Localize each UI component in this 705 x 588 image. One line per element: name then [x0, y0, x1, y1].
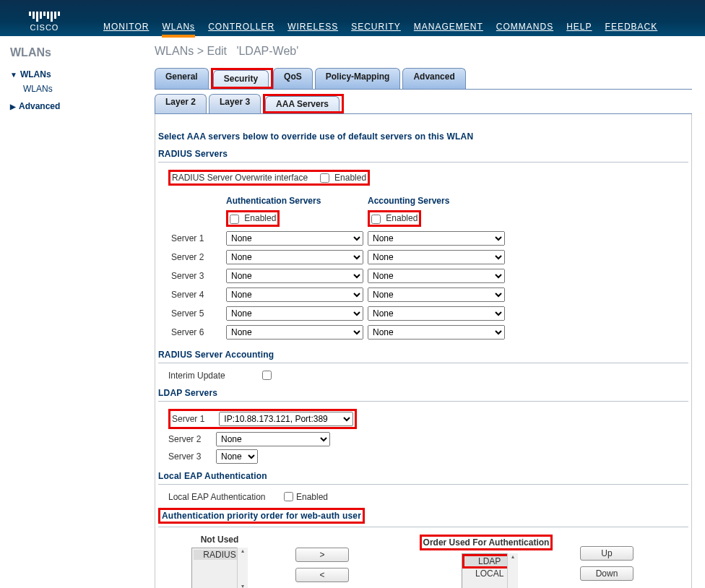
highlight-auth-priority-header: Authentication priority order for web-au…	[158, 508, 365, 524]
label-server3: Server 3	[170, 267, 223, 285]
select-auth-s5[interactable]: None	[226, 306, 363, 321]
nav-security[interactable]: SECURITY	[351, 22, 401, 32]
select-acct-s3[interactable]: None	[368, 269, 505, 283]
select-acct-s2[interactable]: None	[368, 250, 505, 264]
label-server6: Server 6	[170, 324, 223, 341]
select-ldap-s1[interactable]: IP:10.88.173.121, Port:389	[219, 412, 353, 426]
caret-down-icon: ▼	[10, 71, 17, 79]
label-enabled: Enabled	[296, 492, 328, 502]
select-ldap-s3[interactable]: None	[216, 449, 258, 464]
label-local-eap: Local EAP Authentication	[168, 492, 284, 502]
scrollbar[interactable]: ▴▾	[507, 553, 518, 588]
label-server2: Server 2	[170, 248, 223, 266]
sidebar-item-wlans[interactable]: ▼ WLANs	[10, 69, 140, 79]
tab-security[interactable]: Security	[213, 70, 269, 87]
select-acct-s6[interactable]: None	[368, 325, 505, 340]
label-ldap-s2: Server 2	[168, 434, 213, 444]
crumb-action: Edit	[207, 45, 227, 57]
highlight-order-used-header: Order Used For Authentication	[420, 535, 553, 550]
caret-right-icon: ▶	[10, 103, 16, 111]
label-enabled: Enabled	[334, 173, 366, 183]
section-auth-priority: Authentication priority order for web-au…	[162, 511, 361, 521]
sidebar-title: WLANs	[10, 46, 140, 59]
select-auth-s1[interactable]: None	[226, 231, 363, 246]
select-auth-s4[interactable]: None	[226, 287, 363, 302]
nav-feedback[interactable]: FEEDBACK	[605, 22, 658, 32]
main-nav: MONITOR WLANs CONTROLLER WIRELESS SECURI…	[103, 22, 657, 32]
label-order-used: Order Used For Authentication	[423, 537, 550, 548]
main-tabs: General Security QoS Policy-Mapping Adva…	[155, 68, 692, 90]
tab-advanced[interactable]: Advanced	[402, 68, 465, 89]
crumb-root: WLANs	[155, 45, 194, 57]
sidebar-item-label: Advanced	[19, 101, 60, 111]
button-up[interactable]: Up	[580, 546, 633, 561]
brand-text: CISCO	[29, 23, 60, 32]
highlight-aaa-tab: AAA Servers	[263, 94, 344, 113]
label-interim-update: Interim Update	[168, 371, 262, 381]
subtab-layer3[interactable]: Layer 3	[209, 94, 261, 113]
section-radius-servers: RADIUS Servers	[158, 149, 688, 159]
button-move-right[interactable]: >	[295, 548, 349, 562]
crumb-name: 'LDAP-Web'	[236, 45, 298, 57]
checkbox-auth-enabled[interactable]	[230, 215, 239, 224]
sidebar-sub-wlans[interactable]: WLANs	[23, 84, 140, 94]
select-ldap-s2[interactable]: None	[216, 432, 330, 446]
sub-tabs: Layer 2 Layer 3 AAA Servers	[155, 94, 692, 114]
breadcrumb: WLANs > Edit 'LDAP-Web'	[155, 45, 692, 58]
subtab-aaa-servers[interactable]: AAA Servers	[265, 96, 339, 111]
label-server5: Server 5	[170, 305, 223, 322]
tab-qos[interactable]: QoS	[273, 68, 313, 89]
cisco-logo: CISCO	[29, 12, 60, 32]
sidebar-item-label: WLANs	[20, 69, 51, 79]
label-ldap-s1: Server 1	[172, 414, 217, 424]
checkbox-overwrite[interactable]	[320, 173, 329, 183]
highlight-ldap-s1: Server 1 IP:10.88.173.121, Port:389	[168, 409, 357, 429]
highlight-auth-enabled: Enabled	[226, 210, 280, 226]
main-panel: WLANs > Edit 'LDAP-Web' General Security…	[147, 36, 705, 588]
checkbox-interim-update[interactable]	[262, 371, 272, 380]
highlight-acct-enabled: Enabled	[368, 210, 421, 226]
nav-controller[interactable]: CONTROLLER	[208, 22, 274, 32]
col-acct-servers: Accounting Servers	[366, 194, 506, 207]
tab-content: Select AAA servers below to override use…	[155, 114, 692, 588]
col-auth-servers: Authentication Servers	[225, 194, 365, 207]
nav-wlans[interactable]: WLANs	[162, 22, 195, 32]
highlight-overwrite-row: RADIUS Server Overwrite interface Enable…	[168, 170, 370, 186]
select-acct-s5[interactable]: None	[368, 306, 505, 321]
sidebar: WLANs ▼ WLANs WLANs ▶ Advanced	[0, 36, 147, 588]
scrollbar[interactable]: ▴▾	[237, 548, 248, 588]
tab-general[interactable]: General	[155, 68, 209, 89]
select-acct-s4[interactable]: None	[368, 287, 505, 302]
select-acct-s1[interactable]: None	[368, 231, 505, 246]
label-server1: Server 1	[170, 230, 223, 247]
select-auth-s6[interactable]: None	[226, 325, 363, 340]
nav-wireless[interactable]: WIRELESS	[287, 22, 338, 32]
subtab-layer2[interactable]: Layer 2	[155, 94, 207, 113]
button-move-left[interactable]: <	[295, 568, 349, 582]
highlight-security-tab: Security	[211, 68, 273, 89]
top-bar: CISCO MONITOR WLANs CONTROLLER WIRELESS …	[0, 0, 705, 36]
radius-server-table: Authentication Servers Accounting Server…	[168, 193, 508, 342]
label-enabled: Enabled	[386, 213, 418, 223]
label-ldap-s3: Server 3	[168, 451, 213, 462]
section-ldap-servers: LDAP Servers	[158, 388, 688, 398]
select-auth-s3[interactable]: None	[226, 269, 363, 283]
section-radius-accounting: RADIUS Server Accounting	[158, 350, 688, 360]
checkbox-acct-enabled[interactable]	[371, 215, 381, 224]
nav-management[interactable]: MANAGEMENT	[414, 22, 483, 32]
section-local-eap: Local EAP Authentication	[158, 471, 688, 481]
tab-policy-mapping[interactable]: Policy-Mapping	[315, 68, 401, 89]
label-enabled: Enabled	[244, 213, 276, 223]
nav-monitor[interactable]: MONITOR	[103, 22, 149, 32]
checkbox-local-eap[interactable]	[284, 492, 293, 501]
select-auth-s2[interactable]: None	[226, 250, 363, 264]
button-down[interactable]: Down	[580, 566, 633, 581]
nav-commands[interactable]: COMMANDS	[496, 22, 553, 32]
label-server4: Server 4	[170, 286, 223, 303]
label-not-used: Not Used	[158, 535, 281, 545]
nav-help[interactable]: HELP	[566, 22, 592, 32]
aaa-instruction: Select AAA servers below to override use…	[158, 131, 688, 142]
label-overwrite: RADIUS Server Overwrite interface	[172, 173, 308, 183]
sidebar-item-advanced[interactable]: ▶ Advanced	[10, 101, 140, 111]
